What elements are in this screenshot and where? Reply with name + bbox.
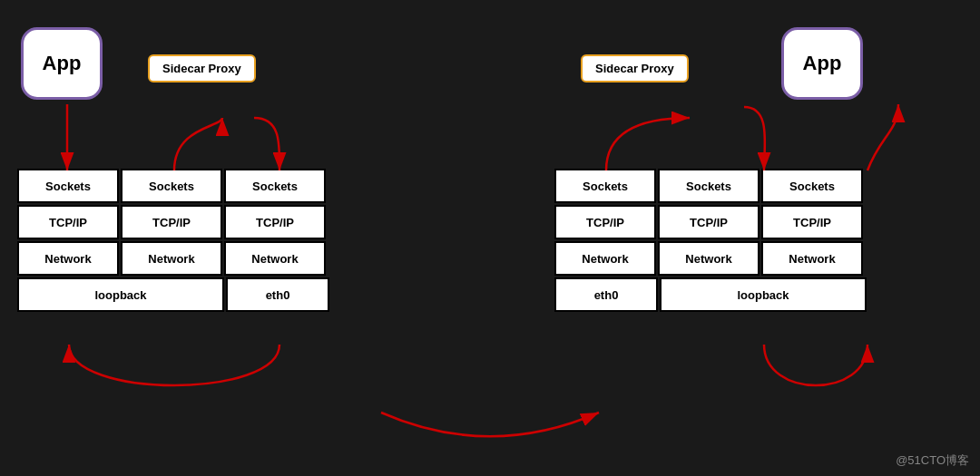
- pod1-sockets-row: Sockets Sockets Sockets: [16, 168, 330, 204]
- pod2-col3-network: Network: [761, 241, 863, 276]
- pod2-sidecar-box: Sidecar Proxy: [581, 54, 689, 83]
- pod2-col3-tcpip: TCP/IP: [761, 205, 863, 239]
- pod2-network-row: Network Network Network: [554, 240, 867, 277]
- pod2-col2-network: Network: [658, 241, 760, 276]
- pod1-app-box: App: [21, 27, 103, 100]
- watermark: @51CTO博客: [896, 452, 969, 469]
- pod2-col2-tcpip: TCP/IP: [658, 205, 760, 239]
- pod1-col2-sockets: Sockets: [121, 169, 222, 203]
- pod2-col1-tcpip: TCP/IP: [554, 205, 656, 239]
- pod1-col2-network: Network: [121, 241, 222, 276]
- pod1-app-label: App: [43, 52, 82, 75]
- pod2-app-box: App: [781, 27, 863, 100]
- pod2-col1-sockets: Sockets: [554, 169, 656, 203]
- pod1-stack: Sockets Sockets Sockets TCP/IP TCP/IP TC…: [16, 168, 330, 313]
- pod1-eth0: eth0: [226, 277, 329, 312]
- pod1-sidecar-label: Sidecar Proxy: [162, 62, 241, 75]
- pod1-col1-tcpip: TCP/IP: [17, 205, 119, 239]
- pod1-col3-sockets: Sockets: [224, 169, 326, 203]
- pod2-col2-sockets: Sockets: [658, 169, 760, 203]
- pod2-eth0: eth0: [554, 277, 658, 312]
- pod2: App Sidecar Proxy Sockets Sockets Socket…: [554, 168, 867, 313]
- pod2-col3-sockets: Sockets: [761, 169, 863, 203]
- pod1-col1-sockets: Sockets: [17, 169, 119, 203]
- pod1-network-row: Network Network Network: [16, 240, 330, 277]
- pod2-stack: Sockets Sockets Sockets TCP/IP TCP/IP TC…: [554, 168, 867, 313]
- pod1-col2-tcpip: TCP/IP: [121, 205, 222, 239]
- pod2-app-label: App: [803, 52, 842, 75]
- pod1-tcpip-row: TCP/IP TCP/IP TCP/IP: [16, 204, 330, 240]
- pod1-loopback: loopback: [17, 277, 224, 312]
- pod1-col3-tcpip: TCP/IP: [224, 205, 326, 239]
- pod2-col1-network: Network: [554, 241, 656, 276]
- pod1-sidecar-box: Sidecar Proxy: [148, 54, 256, 83]
- pod1-bottom-row: loopback eth0: [16, 277, 330, 313]
- pod1: App Sidecar Proxy Sockets Sockets Socket…: [16, 168, 330, 313]
- pod2-loopback: loopback: [660, 277, 867, 312]
- pod2-tcpip-row: TCP/IP TCP/IP TCP/IP: [554, 204, 867, 240]
- pod2-sockets-row: Sockets Sockets Sockets: [554, 168, 867, 204]
- pod2-bottom-row: eth0 loopback: [554, 277, 867, 313]
- pod2-sidecar-label: Sidecar Proxy: [595, 62, 674, 75]
- pod1-col3-network: Network: [224, 241, 326, 276]
- pod1-col1-network: Network: [17, 241, 119, 276]
